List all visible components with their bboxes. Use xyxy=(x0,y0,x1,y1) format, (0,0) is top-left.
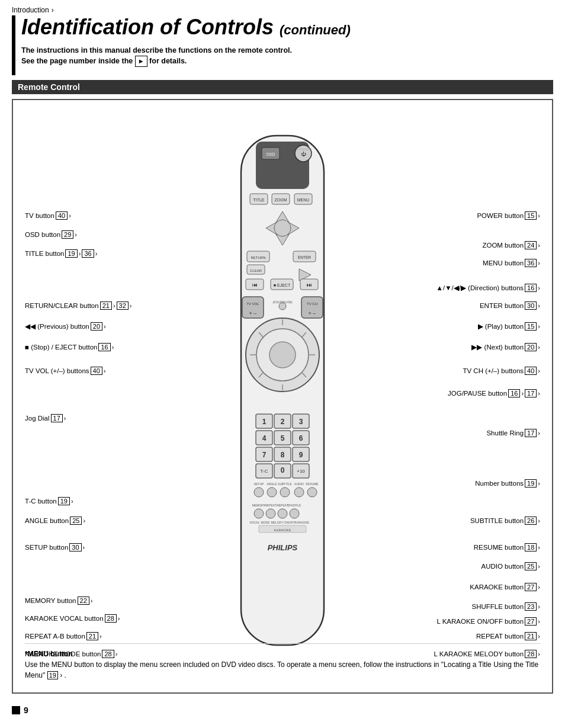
label-repeat-button: REPEAT button 21› xyxy=(476,632,540,640)
section-header-remote-control: Remote Control xyxy=(12,80,553,94)
instruction-line1: The instructions in this manual describe… xyxy=(21,45,553,56)
svg-text:REPEAT: REPEAT xyxy=(265,503,277,507)
svg-point-17 xyxy=(274,220,291,236)
label-setup-button: SETUP button 30› xyxy=(25,543,85,551)
label-tc-button: T-C button 19› xyxy=(25,497,73,505)
svg-text:⏻: ⏻ xyxy=(301,152,306,157)
svg-text:VOCAL: VOCAL xyxy=(250,521,260,524)
svg-point-91 xyxy=(290,509,299,518)
svg-text:SETUP: SETUP xyxy=(254,482,264,486)
remote-control-svg: OSD ⏻ POWER TITLE ZOOM MENU xyxy=(223,130,342,675)
footnote: *MENU button Use the MENU button to disp… xyxy=(25,643,540,681)
svg-text:■ EJECT: ■ EJECT xyxy=(274,283,291,287)
instruction-line2: See the page number inside the ► for det… xyxy=(21,56,553,67)
svg-text:ZOOM: ZOOM xyxy=(275,198,287,202)
label-shuffle-button: SHUFFLE button 23› xyxy=(472,602,541,611)
svg-text:8: 8 xyxy=(281,451,285,459)
svg-text:ENTER: ENTER xyxy=(298,255,311,259)
svg-point-88 xyxy=(254,509,264,518)
svg-text:TV VOL: TV VOL xyxy=(246,302,259,306)
instruction-line2-text: See the page number inside the xyxy=(21,57,133,65)
svg-text:⏮: ⏮ xyxy=(252,282,258,288)
label-play-button: ▶ (Play) button 15› xyxy=(478,322,540,331)
svg-text:ANGLE: ANGLE xyxy=(267,482,278,486)
svg-point-41 xyxy=(269,342,296,368)
svg-text:CLEAR: CLEAR xyxy=(250,269,262,272)
label-zoom-button: ZOOM button 24› xyxy=(482,241,540,249)
label-karaoke-onoff-button: L KARAOKE ON/OFF button 27› xyxy=(437,617,541,626)
svg-text:AUDIO: AUDIO xyxy=(294,482,304,486)
label-repeat-ab-button: REPEAT A-B button 21› xyxy=(25,632,102,640)
svg-text:MELODY: MELODY xyxy=(271,521,284,524)
svg-text:OSD: OSD xyxy=(266,152,275,156)
page-number-area: 9 xyxy=(12,705,553,715)
svg-text:REPEAT: REPEAT xyxy=(277,503,288,507)
diagram-container: OSD ⏻ POWER TITLE ZOOM MENU xyxy=(12,99,553,694)
left-bar xyxy=(12,15,15,75)
section-header-label: Remote Control xyxy=(18,82,80,92)
label-previous-button: ◀◀ (Previous) button 20› xyxy=(25,322,106,331)
svg-text:1: 1 xyxy=(262,418,267,426)
svg-text:TV CH: TV CH xyxy=(307,302,317,306)
title-section: Identification of Controls (continued) T… xyxy=(12,15,553,75)
footnote-text: Use the MENU button to display the menu … xyxy=(25,659,540,681)
svg-text:MENU: MENU xyxy=(297,198,310,202)
svg-point-80 xyxy=(267,488,277,497)
title-continued: (continued) xyxy=(280,23,351,37)
svg-text:+10: +10 xyxy=(297,469,305,474)
svg-text:2: 2 xyxy=(281,418,285,426)
title-content: Identification of Controls (continued) T… xyxy=(21,15,553,75)
label-jog-dial: Jog Dial 17› xyxy=(25,414,66,422)
label-memory-button: MEMORY button 22› xyxy=(25,596,92,605)
svg-text:+  –: + – xyxy=(249,310,257,316)
svg-point-82 xyxy=(294,488,304,497)
remote-diagram: OSD ⏻ POWER TITLE ZOOM MENU xyxy=(25,112,540,681)
svg-text:RESUME: RESUME xyxy=(306,482,319,486)
label-karaoke-vocal-button: KARAOKE VOCAL button 28› xyxy=(25,614,120,623)
breadcrumb-arrow: › xyxy=(52,6,54,14)
svg-text:3: 3 xyxy=(299,418,303,426)
label-osd-button: OSD button 29› xyxy=(25,230,77,239)
breadcrumb-label: Introduction xyxy=(12,6,49,14)
instructions: The instructions in this manual describe… xyxy=(21,45,553,68)
label-karaoke-button: KARAOKE button 27› xyxy=(470,583,540,591)
label-return-clear-button: RETURN/CLEAR button 21› 32› xyxy=(25,302,131,310)
title-main: Identification of Controls xyxy=(21,15,274,39)
label-shuttle-ring: Shuttle Ring 17› xyxy=(486,429,540,437)
svg-text:SHUFFLE: SHUFFLE xyxy=(288,503,301,507)
svg-point-90 xyxy=(278,509,287,518)
square-bullet-icon xyxy=(12,706,20,714)
label-power-button: POWER button 15› xyxy=(477,211,540,220)
label-menu-button: MENU button 36› xyxy=(483,259,540,267)
page-number: 9 xyxy=(24,705,28,715)
label-angle-button: ANGLE button 25› xyxy=(25,517,85,525)
label-direction-buttons: ▲/▼/◀/▶ (Direction) buttons 16› xyxy=(436,284,540,292)
svg-text:T-C: T-C xyxy=(261,469,268,474)
svg-point-81 xyxy=(280,488,290,497)
label-tv-button: TV button 40› xyxy=(25,211,71,220)
label-audio-button: AUDIO button 25› xyxy=(481,562,540,570)
page-ref-arrow: ► xyxy=(135,56,147,67)
svg-text:KARAOKE: KARAOKE xyxy=(295,521,310,524)
svg-text:ON/OFF: ON/OFF xyxy=(284,521,296,524)
label-resume-button: RESUME button 18› xyxy=(474,543,540,551)
page-title: Identification of Controls (continued) xyxy=(21,15,553,39)
svg-text:6: 6 xyxy=(299,434,303,442)
svg-point-89 xyxy=(266,509,275,518)
svg-text:SUBTITLE: SUBTITLE xyxy=(278,482,293,486)
svg-text:KARAOKE: KARAOKE xyxy=(274,528,291,532)
label-title-button: TITLE button 19› 36› xyxy=(25,249,97,258)
label-stop-eject-button: ■ (Stop) / EJECT button 16› xyxy=(25,343,114,351)
label-tv-ch-buttons: TV CH (+/–) buttons 40› xyxy=(463,367,540,375)
svg-point-35 xyxy=(279,303,286,310)
label-tv-vol-buttons: TV VOL (+/–) buttons 40› xyxy=(25,367,105,375)
svg-text:MEMORY: MEMORY xyxy=(252,503,266,507)
svg-text:TITLE: TITLE xyxy=(253,198,264,202)
svg-point-79 xyxy=(254,488,264,497)
label-subtitle-button: SUBTITLE button 26› xyxy=(470,517,540,525)
label-enter-button: ENTER button 30› xyxy=(480,302,540,310)
svg-point-83 xyxy=(307,488,317,497)
svg-text:5: 5 xyxy=(281,434,285,442)
footnote-title: *MENU button xyxy=(25,649,540,659)
instruction-line2b: for details. xyxy=(149,57,187,65)
